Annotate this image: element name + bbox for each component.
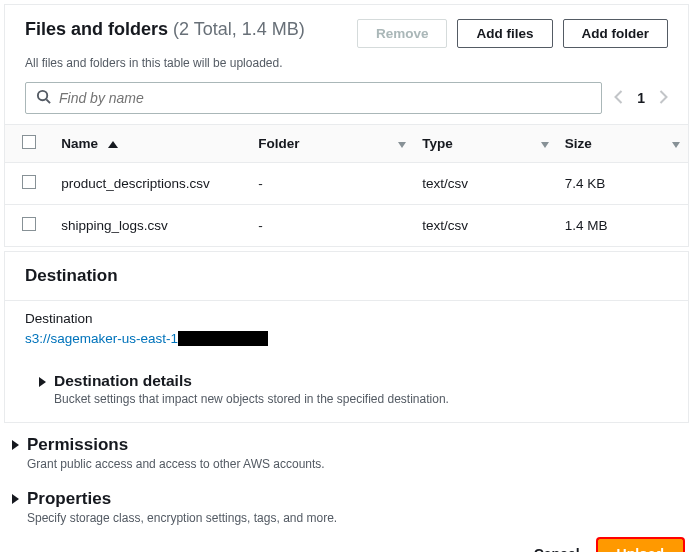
row-checkbox[interactable] — [22, 175, 36, 189]
col-size[interactable]: Size — [565, 136, 592, 151]
search-icon — [36, 89, 59, 107]
row-checkbox[interactable] — [22, 217, 36, 231]
properties-expander[interactable]: Properties Specify storage class, encryp… — [0, 481, 693, 527]
destination-panel: Destination Destination s3://sagemaker-u… — [4, 251, 689, 423]
search-box[interactable] — [25, 82, 602, 114]
destination-details-title: Destination details — [54, 372, 449, 390]
files-panel-title: Files and folders — [25, 19, 168, 39]
page-prev-icon[interactable] — [614, 90, 623, 107]
footer: Cancel Upload — [0, 527, 693, 552]
col-folder[interactable]: Folder — [258, 136, 299, 151]
sort-asc-icon — [108, 141, 118, 148]
permissions-expander[interactable]: Permissions Grant public access and acce… — [0, 427, 693, 473]
cell-folder: - — [250, 205, 414, 247]
cell-folder: - — [250, 163, 414, 205]
properties-sub: Specify storage class, encryption settin… — [27, 511, 337, 525]
destination-title: Destination — [25, 266, 668, 286]
files-panel-subtitle: All files and folders in this table will… — [5, 56, 688, 82]
permissions-sub: Grant public access and access to other … — [27, 457, 325, 471]
search-input[interactable] — [59, 90, 591, 106]
files-folders-panel: Files and folders (2 Total, 1.4 MB) Remo… — [4, 4, 689, 247]
destination-details-sub: Bucket settings that impact new objects … — [54, 392, 449, 406]
cell-type: text/csv — [414, 205, 556, 247]
properties-title: Properties — [27, 489, 337, 509]
chevron-right-icon — [12, 440, 19, 450]
cell-type: text/csv — [414, 163, 556, 205]
destination-label: Destination — [25, 311, 668, 326]
table-row: shipping_logs.csv - text/csv 1.4 MB — [5, 205, 688, 247]
destination-details-expander[interactable]: Destination details Bucket settings that… — [5, 364, 688, 422]
add-files-button[interactable]: Add files — [457, 19, 552, 48]
remove-button[interactable]: Remove — [357, 19, 448, 48]
add-folder-button[interactable]: Add folder — [563, 19, 669, 48]
chevron-right-icon — [39, 377, 46, 387]
files-table: Name Folder Type Size — [5, 124, 688, 246]
permissions-title: Permissions — [27, 435, 325, 455]
col-type[interactable]: Type — [422, 136, 453, 151]
destination-link[interactable]: s3://sagemaker-us-east-1 — [25, 331, 268, 346]
cell-name: product_descriptions.csv — [53, 163, 250, 205]
cell-size: 1.4 MB — [557, 205, 688, 247]
svg-point-0 — [38, 91, 47, 100]
svg-line-1 — [46, 99, 50, 103]
page-next-icon[interactable] — [659, 90, 668, 107]
col-name[interactable]: Name — [61, 136, 98, 151]
cancel-button[interactable]: Cancel — [534, 546, 580, 552]
files-panel-header: Files and folders (2 Total, 1.4 MB) Remo… — [5, 5, 688, 56]
table-row: product_descriptions.csv - text/csv 7.4 … — [5, 163, 688, 205]
upload-button[interactable]: Upload — [598, 539, 683, 552]
sort-icon — [541, 142, 549, 148]
chevron-right-icon — [12, 494, 19, 504]
redacted-region — [178, 331, 268, 346]
pagination: 1 — [614, 90, 668, 107]
files-panel-summary: (2 Total, 1.4 MB) — [173, 19, 305, 39]
sort-icon — [672, 142, 680, 148]
page-number: 1 — [637, 90, 645, 106]
sort-icon — [398, 142, 406, 148]
cell-name: shipping_logs.csv — [53, 205, 250, 247]
cell-size: 7.4 KB — [557, 163, 688, 205]
select-all-checkbox[interactable] — [22, 135, 36, 149]
